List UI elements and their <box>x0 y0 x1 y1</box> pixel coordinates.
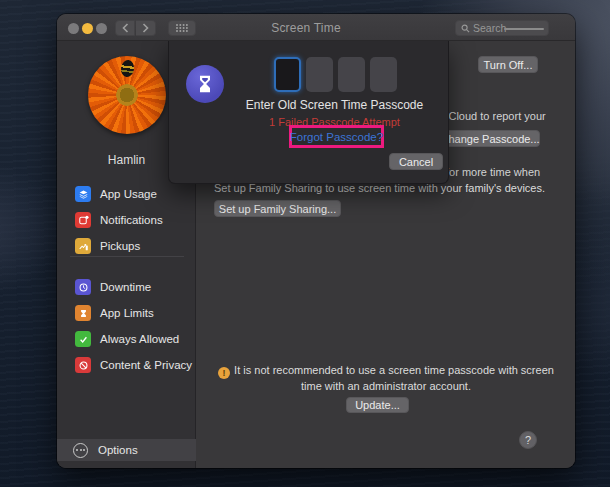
annotation-highlight-box: Forgot Passcode? <box>289 125 384 148</box>
close-button[interactable] <box>68 23 79 34</box>
sidebar-divider <box>70 256 184 257</box>
sidebar-item-app-usage[interactable]: App Usage <box>57 185 196 203</box>
app-limits-icon <box>75 305 91 321</box>
sidebar-item-downtime[interactable]: Downtime <box>57 278 196 296</box>
change-passcode-button[interactable]: Change Passcode... <box>440 130 540 147</box>
titlebar: Screen Time Search <box>57 14 575 41</box>
sidebar-item-label: Notifications <box>100 214 163 226</box>
screen-time-window: Screen Time Search Hamlin App Usage Noti <box>57 14 575 468</box>
passcode-box-3[interactable] <box>338 57 365 92</box>
sidebar-item-label: Pickups <box>100 240 140 252</box>
search-placeholder: Search <box>473 22 506 34</box>
sidebar-item-label: Always Allowed <box>100 333 179 345</box>
hourglass-icon <box>186 65 224 103</box>
options-gear-icon <box>73 443 88 458</box>
set-up-family-sharing-button[interactable]: Set up Family Sharing... <box>214 200 341 217</box>
search-icon <box>461 24 470 33</box>
sidebar-item-notifications[interactable]: Notifications <box>57 211 196 229</box>
sidebar-item-options[interactable]: Options <box>57 439 196 461</box>
alert-icon: ! <box>218 367 230 379</box>
passcode-boxes <box>274 57 397 92</box>
sheet-title: Enter Old Screen Time Passcode <box>224 98 445 112</box>
content-privacy-icon <box>75 357 91 373</box>
bee-decoration <box>120 59 135 78</box>
always-allowed-icon <box>75 331 91 347</box>
notifications-icon <box>75 212 91 228</box>
back-button[interactable] <box>115 20 135 36</box>
options-label: Options <box>98 444 138 456</box>
sidebar-item-pickups[interactable]: Pickups <box>57 237 196 255</box>
admin-warning: !It is not recommended to use a screen t… <box>197 363 575 393</box>
passcode-box-1[interactable] <box>274 57 301 92</box>
help-button[interactable]: ? <box>519 431 537 449</box>
show-all-button[interactable] <box>168 20 196 36</box>
turn-off-button[interactable]: Turn Off... <box>478 56 538 73</box>
warning-line2: time with an administrator account. <box>197 379 575 393</box>
sidebar-item-label: Content & Privacy <box>100 359 192 371</box>
avatar[interactable] <box>88 56 166 134</box>
update-button[interactable]: Update... <box>346 397 409 413</box>
passcode-box-2[interactable] <box>306 57 333 92</box>
more-time-text-fragment: for more time when <box>446 166 540 178</box>
sidebar-item-always-allowed[interactable]: Always Allowed <box>57 330 196 348</box>
sidebar-item-content-privacy[interactable]: Content & Privacy <box>57 356 196 374</box>
sidebar-item-label: App Usage <box>100 188 157 200</box>
chevron-left-icon <box>122 23 129 33</box>
minimize-button[interactable] <box>82 23 93 34</box>
passcode-sheet: Enter Old Screen Time Passcode 1 Failed … <box>168 41 449 184</box>
sidebar-item-label: Downtime <box>100 281 151 293</box>
search-input[interactable]: Search <box>455 20 549 36</box>
forgot-passcode-link[interactable]: Forgot Passcode? <box>290 131 383 143</box>
sidebar-item-app-limits[interactable]: App Limits <box>57 304 196 322</box>
app-usage-icon <box>75 186 91 202</box>
icloud-text-fragment: iCloud to report your <box>446 110 546 122</box>
grid-icon <box>175 23 189 33</box>
forward-button[interactable] <box>136 20 156 36</box>
chevron-right-icon <box>142 23 149 33</box>
warning-line1: It is not recommended to use a screen ti… <box>234 364 554 376</box>
sidebar-item-label: App Limits <box>100 307 154 319</box>
cancel-button[interactable]: Cancel <box>389 153 443 170</box>
downtime-icon <box>75 279 91 295</box>
pickups-icon <box>75 238 91 254</box>
search-dash-decoration <box>504 28 544 30</box>
zoom-button[interactable] <box>96 23 107 34</box>
passcode-box-4[interactable] <box>370 57 397 92</box>
window-title: Screen Time <box>206 21 406 35</box>
